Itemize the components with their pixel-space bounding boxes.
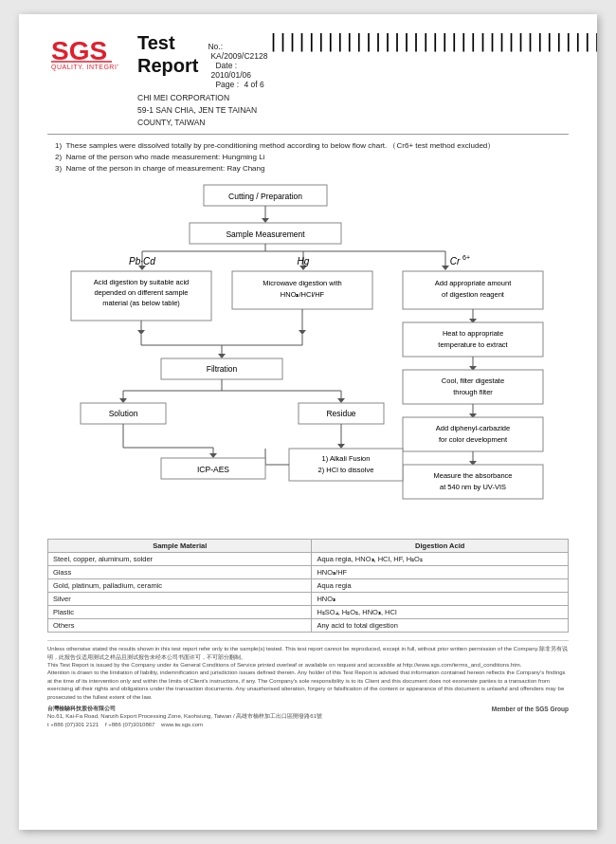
svg-marker-60 — [218, 354, 226, 358]
svg-text:Cool, filter digestate: Cool, filter digestate — [442, 376, 504, 385]
header-divider — [47, 134, 569, 135]
footer-bottom: 台灣檢驗科技股份有限公司 No.61, Kai-Fa Road, Nanzih … — [47, 705, 569, 728]
flowchart-area: Cutting / Preparation Sample Measurement — [47, 180, 569, 533]
svg-rect-53 — [403, 465, 543, 499]
material-cell: Others — [48, 619, 312, 633]
svg-marker-35 — [299, 330, 306, 335]
table-row: GlassHNO₃/HF — [48, 566, 569, 579]
material-cell: Plastic — [48, 606, 312, 619]
svg-text:Add diphenyl-carbazide: Add diphenyl-carbazide — [436, 424, 510, 432]
svg-rect-38 — [403, 322, 543, 357]
svg-rect-43 — [403, 370, 543, 404]
report-meta-line: No.: KA/2009/C2128 Date : 2010/01/06 Pag… — [208, 42, 267, 89]
acid-cell: H₂SO₄, H₂O₂, HNO₃, HCl — [312, 606, 569, 619]
svg-text:2) HCl to dissolve: 2) HCl to dissolve — [318, 466, 374, 474]
report-title: Test Report — [137, 31, 198, 77]
notes-section: 1) These samples were dissolved totally … — [47, 140, 569, 174]
material-cell: Silver — [48, 593, 312, 606]
svg-rect-48 — [403, 417, 543, 451]
footer-disclaimer: Unless otherwise stated the results show… — [47, 640, 569, 728]
svg-marker-76 — [337, 444, 345, 449]
barcode-area: ||||||||||||||||||||||||||||||||||||||| — [267, 31, 597, 50]
member-text: Member of the SGS Group — [492, 705, 569, 728]
svg-text:ICP-AES: ICP-AES — [197, 465, 229, 474]
barcode-image: ||||||||||||||||||||||||||||||||||||||| — [267, 31, 597, 50]
table-row: PlasticH₂SO₄, H₂O₂, HNO₃, HCl — [48, 606, 569, 619]
svg-text:Acid digestion by suitable aci: Acid digestion by suitable acid — [94, 278, 189, 286]
svg-text:Solution: Solution — [109, 409, 138, 418]
note-3: 3) Name of the person in charge of measu… — [55, 163, 569, 174]
acid-cell: HNO₃/HF — [312, 566, 569, 579]
svg-marker-33 — [137, 330, 145, 335]
svg-text:temperature to extract: temperature to extract — [438, 340, 508, 349]
svg-text:Hg: Hg — [298, 256, 310, 266]
svg-text:at 540 nm by UV-VIS: at 540 nm by UV-VIS — [440, 483, 506, 491]
material-cell: Gold, platinum, palladium, ceramic — [48, 579, 312, 593]
sample-table: Sample Material Digestion Acid Steel, co… — [47, 539, 569, 633]
col-acid: Digestion Acid — [312, 540, 569, 553]
svg-marker-17 — [442, 266, 449, 270]
svg-text:Add appropriate amount: Add appropriate amount — [435, 279, 512, 287]
svg-text:Microwave digestion with: Microwave digestion with — [263, 279, 341, 287]
svg-text:Pb·Cd: Pb·Cd — [129, 256, 155, 266]
svg-text:for color development: for color development — [439, 435, 508, 444]
svg-text:Residue: Residue — [326, 409, 355, 418]
svg-text:depended on different sample: depended on different sample — [94, 288, 188, 297]
company-info: CHI MEI CORPORATION 59-1 SAN CHIA, JEN T… — [137, 92, 267, 128]
svg-text:Sample Measurement: Sample Measurement — [226, 229, 305, 239]
sgs-logo: SGS QUALITY. INTEGRITY. — [47, 31, 118, 76]
acid-cell: HNO₃ — [312, 593, 569, 606]
svg-text:QUALITY. INTEGRITY.: QUALITY. INTEGRITY. — [51, 64, 118, 71]
header-area: SGS QUALITY. INTEGRITY. Test Report No.:… — [47, 31, 569, 128]
svg-text:through filter: through filter — [453, 388, 493, 396]
report-page: SGS QUALITY. INTEGRITY. Test Report No.:… — [19, 14, 597, 830]
svg-text:Heat to appropriate: Heat to appropriate — [443, 329, 503, 338]
svg-marker-7 — [262, 218, 269, 223]
note-2: 2) Name of the person who made measureme… — [55, 152, 569, 163]
table-row: SilverHNO₃ — [48, 593, 569, 606]
table-row: OthersAny acid to total digestion — [48, 619, 569, 633]
report-title-area: Test Report No.: KA/2009/C2128 Date : 20… — [118, 31, 267, 128]
footer-addr-block: 台灣檢驗科技股份有限公司 No.61, Kai-Fa Road, Nanzih … — [47, 705, 322, 728]
svg-text:of digestion reagent: of digestion reagent — [442, 290, 505, 299]
table-row: Steel, copper, aluminum, solderAqua regi… — [48, 553, 569, 566]
svg-text:Filtration: Filtration — [207, 364, 238, 374]
acid-cell: Any acid to total digestion — [312, 619, 569, 633]
acid-cell: Aqua regia — [312, 579, 569, 593]
svg-text:Cutting / Preparation: Cutting / Preparation — [228, 192, 302, 201]
svg-text:HNO₃/HCl/HF: HNO₃/HCl/HF — [281, 290, 325, 299]
svg-text:1) Alkali Fusion: 1) Alkali Fusion — [322, 454, 371, 463]
svg-text:Cr: Cr — [450, 256, 461, 266]
svg-text:Measure the absorbance: Measure the absorbance — [434, 471, 513, 480]
svg-text:6+: 6+ — [462, 254, 470, 261]
material-cell: Steel, copper, aluminum, solder — [48, 553, 312, 566]
material-cell: Glass — [48, 566, 312, 579]
acid-cell: Aqua regia, HNO₃, HCl, HF, H₂O₂ — [312, 553, 569, 566]
svg-marker-70 — [337, 398, 345, 403]
note-1: 1) These samples were dissolved totally … — [55, 140, 569, 152]
svg-text:material (as below table): material (as below table) — [102, 299, 180, 307]
svg-marker-66 — [119, 398, 127, 403]
svg-marker-83 — [209, 453, 217, 458]
col-material: Sample Material — [48, 540, 312, 553]
table-row: Gold, platinum, palladium, ceramicAqua r… — [48, 579, 569, 593]
